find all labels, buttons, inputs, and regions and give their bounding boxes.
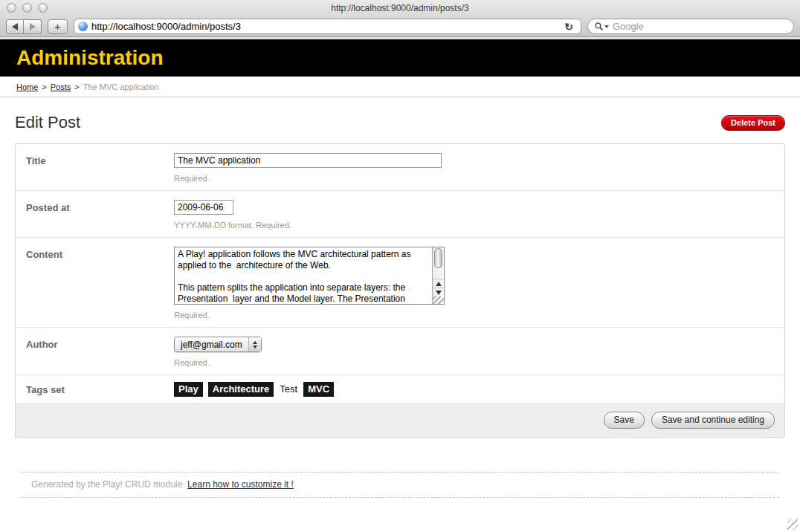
browser-window: { "window": { "title": "http://localhost… xyxy=(0,0,800,532)
breadcrumb-item-posts[interactable]: Posts xyxy=(51,82,71,91)
page-footer: Generated by the Play! CRUD module. Lear… xyxy=(21,472,779,498)
site-globe-icon xyxy=(78,22,88,31)
arrow-up-icon xyxy=(436,282,442,286)
select-stepper-icon xyxy=(248,337,261,351)
scroll-down-button[interactable] xyxy=(433,288,445,296)
tags-label: Tags set xyxy=(26,382,174,397)
content-textarea[interactable]: A Play! application follows the MVC arch… xyxy=(174,247,445,305)
window-title: http://localhost:9000/admin/posts/3 xyxy=(0,0,800,17)
tags-row: Tags set PlayArchitectureTestMVC xyxy=(16,374,784,403)
tag-architecture[interactable]: Architecture xyxy=(208,382,274,397)
forward-button[interactable] xyxy=(24,19,42,34)
posted-at-hint: YYYY-MM-DD format. Required. xyxy=(174,221,784,230)
reload-icon[interactable]: ↻ xyxy=(557,19,581,34)
breadcrumb: Home>Posts>The MVC application xyxy=(0,77,800,97)
breadcrumb-separator: > xyxy=(74,82,79,91)
scroll-up-button[interactable] xyxy=(433,279,445,288)
delete-post-button[interactable]: Delete Post xyxy=(721,115,785,131)
minimize-button[interactable] xyxy=(22,3,32,13)
back-arrow-icon xyxy=(12,23,18,30)
author-select-value: jeff@gmail.com xyxy=(181,340,242,350)
content-label: Content xyxy=(26,247,174,319)
content-text[interactable]: A Play! application follows the MVC arch… xyxy=(175,247,432,304)
author-label: Author xyxy=(26,337,174,367)
scrollbar-thumb[interactable] xyxy=(434,248,442,268)
footer-customize-link[interactable]: Learn how to customize it ! xyxy=(187,479,294,490)
author-select[interactable]: jeff@gmail.com xyxy=(174,337,262,352)
browser-chrome: http://localhost:9000/admin/posts/3 + ↻ xyxy=(0,0,800,37)
tag-mvc[interactable]: MVC xyxy=(303,382,334,397)
new-tab-button[interactable]: + xyxy=(48,19,68,34)
tags-list: PlayArchitectureTestMVC xyxy=(174,382,784,397)
app-header: Administration xyxy=(0,39,800,77)
address-input[interactable] xyxy=(91,21,557,32)
content-scrollbar[interactable] xyxy=(432,247,444,304)
address-bar[interactable]: ↻ xyxy=(74,19,581,34)
footer-text: Generated by the Play! CRUD module. xyxy=(31,479,187,490)
page-title: Edit Post xyxy=(15,113,80,132)
search-options-caret-icon xyxy=(604,25,609,28)
search-field[interactable] xyxy=(587,19,794,34)
textarea-resize-grip[interactable] xyxy=(433,296,445,304)
close-button[interactable] xyxy=(7,3,16,13)
arrow-down-icon xyxy=(436,291,442,295)
form-action-bar: Save Save and continue editing xyxy=(16,403,784,437)
author-row: Author jeff@gmail.com Required. xyxy=(16,327,784,374)
tag-play[interactable]: Play xyxy=(174,382,203,397)
posted-at-input[interactable] xyxy=(174,200,233,215)
title-input[interactable] xyxy=(174,153,442,168)
zoom-button[interactable] xyxy=(38,3,48,13)
breadcrumb-item-home[interactable]: Home xyxy=(16,82,38,91)
tag-test[interactable]: Test xyxy=(279,382,298,397)
search-input[interactable] xyxy=(613,21,787,32)
back-button[interactable] xyxy=(6,19,24,34)
window-resize-grip[interactable] xyxy=(787,519,799,531)
save-continue-button[interactable]: Save and continue editing xyxy=(651,412,775,429)
title-row: Title Required. xyxy=(16,144,784,190)
breadcrumb-separator: > xyxy=(42,82,46,91)
author-hint: Required. xyxy=(174,358,784,367)
content-row: Content A Play! application follows the … xyxy=(16,237,784,327)
content-hint: Required. xyxy=(174,311,784,319)
edit-post-form: Title Required. Posted at YYYY-MM-DD for… xyxy=(15,143,785,438)
posted-at-row: Posted at YYYY-MM-DD format. Required. xyxy=(16,190,784,237)
browser-toolbar: + ↻ xyxy=(0,16,800,36)
main-content: Edit Post Delete Post Title Required. Po… xyxy=(0,113,800,498)
window-titlebar[interactable]: http://localhost:9000/admin/posts/3 xyxy=(0,0,800,16)
title-hint: Required. xyxy=(174,174,784,183)
title-label: Title xyxy=(26,153,174,183)
search-icon xyxy=(595,22,603,30)
forward-arrow-icon xyxy=(30,23,36,30)
save-button[interactable]: Save xyxy=(604,412,645,429)
posted-at-label: Posted at xyxy=(26,200,174,230)
app-title: Administration xyxy=(16,46,164,70)
breadcrumb-item-the-mvc-application: The MVC application xyxy=(83,82,159,91)
